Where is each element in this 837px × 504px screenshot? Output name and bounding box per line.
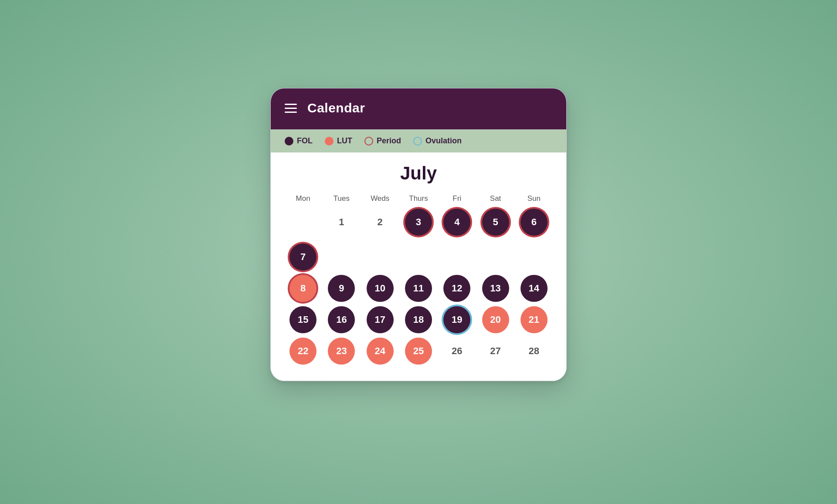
day-header-mon: Mon <box>285 194 321 206</box>
menu-button[interactable] <box>285 104 297 113</box>
period-label: Period <box>377 136 401 145</box>
legend-bar: FOL LUT Period Ovulation <box>271 129 566 152</box>
day-cell[interactable]: 13 <box>477 273 514 304</box>
lut-dot <box>325 137 333 145</box>
day-19[interactable]: 19 <box>443 306 470 333</box>
week-3: 15161718192021 <box>285 304 552 335</box>
period-dot <box>364 137 373 145</box>
legend-item-ovulation: Ovulation <box>413 136 462 145</box>
day-cell[interactable]: 7 <box>285 241 321 273</box>
day-4[interactable]: 4 <box>443 209 470 236</box>
day-cell[interactable]: 15 <box>285 304 321 335</box>
day-header-sun: Sun <box>516 194 552 206</box>
day-cell[interactable]: 6 <box>516 206 552 238</box>
day-cell[interactable]: 8 <box>285 273 321 304</box>
fol-label: FOL <box>297 136 313 145</box>
calendar-grid: Mon Tues Weds Thurs Fri Sat Sun <box>285 194 552 206</box>
day-cell <box>285 206 321 238</box>
day-cell[interactable]: 14 <box>516 273 552 304</box>
day-26[interactable]: 26 <box>443 338 470 365</box>
day-24[interactable]: 24 <box>367 338 394 365</box>
week-2: 891011121314 <box>285 273 552 304</box>
day-cell[interactable]: 10 <box>362 273 398 304</box>
day-22[interactable]: 22 <box>289 338 316 365</box>
day-cell[interactable]: 12 <box>439 273 475 304</box>
day-18[interactable]: 18 <box>405 306 432 333</box>
day-header-weds: Weds <box>362 194 398 206</box>
legend-item-fol: FOL <box>285 136 313 145</box>
day-cell[interactable]: 25 <box>400 335 437 367</box>
day-6[interactable]: 6 <box>521 209 548 236</box>
day-28[interactable]: 28 <box>521 338 548 365</box>
day-header-sat: Sat <box>477 194 514 206</box>
day-27[interactable]: 27 <box>482 338 509 365</box>
day-2[interactable]: 2 <box>367 209 394 236</box>
day-21[interactable]: 21 <box>521 306 548 333</box>
day-17[interactable]: 17 <box>367 306 394 333</box>
day-5[interactable]: 5 <box>482 209 509 236</box>
day-15[interactable]: 15 <box>289 306 316 333</box>
day-11[interactable]: 11 <box>405 275 432 302</box>
day-10[interactable]: 10 <box>367 275 394 302</box>
day-7[interactable]: 7 <box>289 244 316 271</box>
day-cell[interactable]: 20 <box>477 304 514 335</box>
ovulation-label: Ovulation <box>425 136 462 145</box>
day-cell[interactable]: 4 <box>439 206 475 238</box>
legend-item-lut: LUT <box>325 136 352 145</box>
day-cell[interactable]: 11 <box>400 273 437 304</box>
day-cell[interactable]: 18 <box>400 304 437 335</box>
weeks-container: 1234567891011121314151617181920212223242… <box>285 206 552 367</box>
week-1: 1234567 <box>285 206 552 273</box>
day-cell[interactable]: 26 <box>439 335 475 367</box>
day-cell[interactable]: 28 <box>516 335 552 367</box>
day-1[interactable]: 1 <box>328 209 355 236</box>
calendar-body: July Mon Tues Weds Thurs Fri Sat Sun 123… <box>271 152 566 381</box>
header: Calendar <box>271 88 566 129</box>
day-cell[interactable]: 1 <box>323 206 360 238</box>
day-25[interactable]: 25 <box>405 338 432 365</box>
phone-frame: Calendar FOL LUT Period Ovulation July M… <box>270 88 567 381</box>
ovulation-dot <box>413 137 422 145</box>
legend-item-period: Period <box>364 136 401 145</box>
day-cell[interactable]: 19 <box>439 304 475 335</box>
week-4: 22232425262728 <box>285 335 552 367</box>
day-13[interactable]: 13 <box>482 275 509 302</box>
day-cell[interactable]: 21 <box>516 304 552 335</box>
day-cell[interactable]: 16 <box>323 304 360 335</box>
day-cell[interactable]: 9 <box>323 273 360 304</box>
month-title: July <box>285 163 552 184</box>
lut-label: LUT <box>337 136 352 145</box>
day-cell[interactable]: 23 <box>323 335 360 367</box>
day-14[interactable]: 14 <box>521 275 548 302</box>
day-cell[interactable]: 3 <box>400 206 437 238</box>
day-3[interactable]: 3 <box>405 209 432 236</box>
app-title: Calendar <box>307 101 365 115</box>
day-header-tues: Tues <box>323 194 360 206</box>
day-cell[interactable]: 27 <box>477 335 514 367</box>
day-23[interactable]: 23 <box>328 338 355 365</box>
day-cell[interactable]: 24 <box>362 335 398 367</box>
day-cell[interactable]: 2 <box>362 206 398 238</box>
day-header-fri: Fri <box>439 194 475 206</box>
day-cell[interactable]: 17 <box>362 304 398 335</box>
day-cell[interactable]: 5 <box>477 206 514 238</box>
day-9[interactable]: 9 <box>328 275 355 302</box>
fol-dot <box>285 137 293 145</box>
day-header-thurs: Thurs <box>400 194 437 206</box>
day-cell[interactable]: 22 <box>285 335 321 367</box>
day-12[interactable]: 12 <box>443 275 470 302</box>
day-8[interactable]: 8 <box>289 275 316 302</box>
day-20[interactable]: 20 <box>482 306 509 333</box>
day-16[interactable]: 16 <box>328 306 355 333</box>
